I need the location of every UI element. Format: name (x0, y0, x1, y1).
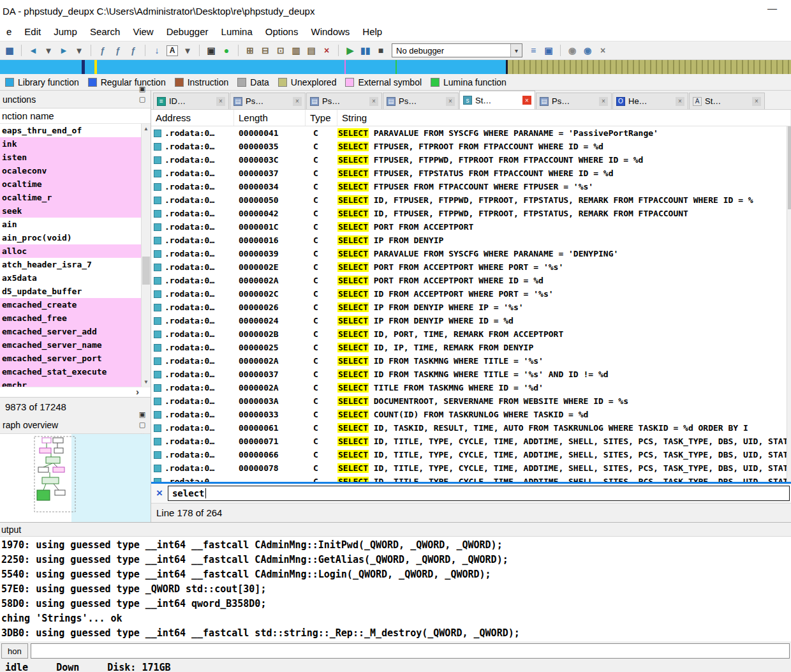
column-header-type[interactable]: Type (306, 110, 337, 126)
table-row[interactable]: .rodata:0…00000037CSELECT FTPUSER, FTPST… (151, 167, 791, 180)
function-item[interactable]: emcached_server_name (0, 338, 151, 352)
function-item[interactable]: ain (0, 218, 151, 231)
save-icon[interactable]: ▦ (3, 43, 17, 57)
table-row[interactable]: .rodata:0…00000025CSELECT ID, IP, TIME, … (151, 341, 791, 354)
table-row[interactable]: .rodata:0…00000042CSELECT ID, FTPUSER, F… (151, 207, 791, 220)
table-row[interactable]: .rodata:0…0000002ACSELECT ID FROM TASKMN… (151, 354, 791, 368)
menu-item-help[interactable]: Help (356, 24, 388, 40)
collapse-struct-icon[interactable]: ⊟ (258, 43, 272, 57)
tab-he[interactable]: OHe…× (612, 93, 688, 109)
tab-close-icon[interactable]: × (293, 97, 302, 106)
tab-close-icon[interactable]: × (216, 97, 225, 106)
delete-icon[interactable]: × (320, 43, 334, 57)
menu-item-search[interactable]: Search (84, 24, 127, 40)
menu-item-jump[interactable]: Jump (47, 24, 84, 40)
table-row[interactable]: .rodata:0…CSELECT ID, TITLE, TYPE, CYCLE… (151, 475, 791, 482)
table-row[interactable]: .rodata:0…0000001CCSELECT PORT FROM ACCE… (151, 220, 791, 234)
float-icon[interactable]: ▢ (137, 420, 148, 430)
lumina-icon[interactable]: ● (219, 43, 233, 57)
tab-close-icon[interactable]: × (369, 97, 378, 106)
restore-icon[interactable]: ▣ (137, 410, 148, 420)
table-row[interactable]: .rodata:0…00000035CSELECT FTPUSER, FTPRO… (151, 140, 791, 153)
function-item[interactable]: ink (0, 137, 151, 151)
debugger-select[interactable]: No debugger▾ (392, 43, 522, 57)
data-view-icon[interactable]: ▥ (289, 43, 303, 57)
function-item[interactable]: atch_header_isra_7 (0, 258, 151, 271)
column-header-address[interactable]: Address (151, 110, 234, 126)
functions-hscrollbar[interactable]: › (0, 387, 151, 397)
function-item[interactable]: ain_proc(void) (0, 231, 151, 244)
function-item[interactable]: ocaleconv (0, 164, 151, 177)
table-row[interactable]: .rodata:0…00000037CSELECT ID FROM TASKMN… (151, 368, 791, 381)
scroll-up-icon[interactable]: ▲ (142, 124, 151, 133)
menu-item-lumina[interactable]: Lumina (215, 24, 259, 40)
function-list-icon[interactable]: ƒ (126, 43, 140, 57)
nav-forward-dropdown-icon[interactable]: ▾ (72, 43, 86, 57)
table-row[interactable]: .rodata:0…00000033CSELECT COUNT(ID) FROM… (151, 408, 791, 421)
tab-close-icon[interactable]: × (599, 97, 608, 106)
function-item[interactable]: isten (0, 151, 151, 164)
console-input[interactable] (31, 643, 790, 659)
snapshot-icon[interactable]: ▣ (204, 43, 218, 57)
strings-scrollbar[interactable] (787, 126, 791, 482)
column-header-string[interactable]: String (337, 110, 791, 126)
function-item[interactable]: alloc (0, 244, 151, 258)
tab-ps[interactable]: ▤Ps…× (536, 93, 612, 109)
edit-struct-icon[interactable]: ⊡ (274, 43, 288, 57)
nav-back-icon[interactable]: ◄ (26, 43, 40, 57)
table-row[interactable]: .rodata:0…00000026CSELECT IP FROM DENYIP… (151, 301, 791, 314)
debug-start-icon[interactable]: ▶ (343, 43, 357, 57)
remove-breakpoint-icon[interactable]: × (596, 43, 610, 57)
functions-scrollbar[interactable]: ▲ ▼ (141, 124, 151, 387)
debugger-options-icon[interactable]: ≡ (526, 43, 540, 57)
function-item[interactable]: seek (0, 204, 151, 218)
tab-close-icon[interactable]: × (522, 96, 531, 105)
function-item[interactable]: emcached_server_port (0, 352, 151, 365)
tab-st[interactable]: ASt…× (689, 93, 765, 109)
text-search-icon[interactable]: A (166, 45, 178, 56)
table-row[interactable]: .rodata:0…0000003ACSELECT DOCUMENTROOT, … (151, 394, 791, 408)
menu-item-view[interactable]: View (126, 24, 159, 40)
scroll-right-icon[interactable]: › (136, 386, 139, 397)
tab-close-icon[interactable]: × (446, 97, 455, 106)
scrollbar-thumb[interactable] (788, 126, 791, 209)
tab-id[interactable]: ≡ID…× (153, 93, 229, 109)
tab-ps[interactable]: ▤Ps…× (230, 93, 306, 109)
function-item[interactable]: emcached_server_add (0, 325, 151, 338)
table-row[interactable]: .rodata:0…00000024CSELECT IP FROM DENYIP… (151, 314, 791, 327)
tab-close-icon[interactable]: × (676, 97, 684, 106)
tab-ps[interactable]: ▤Ps…× (306, 93, 382, 109)
menu-item-edit[interactable]: Edit (18, 24, 47, 40)
scroll-down-icon[interactable]: ▼ (142, 377, 151, 387)
add-breakpoint-icon[interactable]: ◉ (580, 43, 595, 57)
function-name-column-header[interactable]: nction name (0, 108, 151, 124)
output-log[interactable]: 1970: using guessed type __int64 __fastc… (0, 537, 791, 641)
table-row[interactable]: .rodata:0…00000034CSELECT FTPUSER FROM F… (151, 180, 791, 193)
function-item[interactable]: emchr (0, 378, 151, 387)
tab-ps[interactable]: ▤Ps…× (383, 93, 459, 109)
combo-dropdown-icon[interactable]: ▾ (510, 44, 522, 57)
function-item[interactable]: emcached_free (0, 311, 151, 325)
nav-back-dropdown-icon[interactable]: ▾ (41, 43, 55, 57)
menu-item-debugger[interactable]: Debugger (160, 24, 215, 40)
menu-item-windows[interactable]: Windows (304, 24, 356, 40)
search-input[interactable]: select (168, 486, 790, 501)
table-row[interactable]: .rodata:0…00000078CSELECT ID, TITLE, TYP… (151, 461, 791, 475)
function-item[interactable]: emcached_stat_execute (0, 365, 151, 378)
table-row[interactable]: .rodata:0…0000002BCSELECT ID, PORT, TIME… (151, 327, 791, 341)
function-item[interactable]: emcached_create (0, 298, 151, 311)
float-icon[interactable]: ▢ (137, 94, 148, 105)
function-item[interactable]: ocaltime_r (0, 191, 151, 204)
create-struct-icon[interactable]: ⊞ (243, 43, 257, 57)
function-item[interactable]: d5_update_buffer (0, 285, 151, 298)
table-row[interactable]: .rodata:0…00000071CSELECT ID, TITLE, TYP… (151, 435, 791, 448)
column-header-length[interactable]: Length (234, 110, 306, 126)
scrollbar-thumb[interactable] (142, 257, 150, 285)
table-row[interactable]: .rodata:0…0000002CCSELECT ID FROM ACCEPT… (151, 287, 791, 301)
table-row[interactable]: .rodata:0…0000002ECSELECT PORT FROM ACCE… (151, 260, 791, 274)
tab-st[interactable]: sSt…× (459, 91, 535, 109)
tab-close-icon[interactable]: × (752, 97, 761, 106)
minimize-icon[interactable]: — (767, 3, 777, 13)
table-row[interactable]: .rodata:0…00000050CSELECT ID, FTPUSER, F… (151, 193, 791, 207)
function-item[interactable]: eaps_thru_end_of (0, 124, 151, 137)
